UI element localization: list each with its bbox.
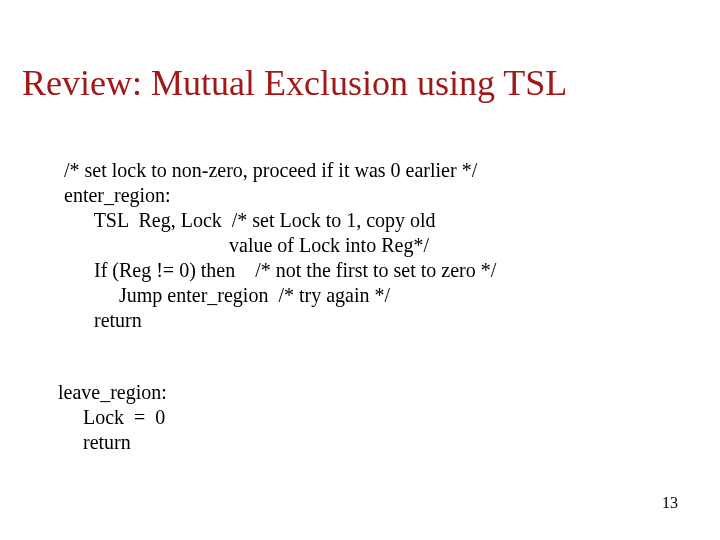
leave-region-code: leave_region: Lock = 0 return bbox=[58, 380, 167, 455]
page-number: 13 bbox=[662, 494, 678, 512]
enter-region-code: /* set lock to non-zero, proceed if it w… bbox=[64, 158, 496, 333]
code-line: If (Reg != 0) then /* not the first to s… bbox=[64, 258, 496, 283]
code-line: return bbox=[64, 308, 496, 333]
code-line: enter_region: bbox=[64, 183, 496, 208]
code-line: TSL Reg, Lock /* set Lock to 1, copy old bbox=[64, 208, 496, 233]
slide: Review: Mutual Exclusion using TSL /* se… bbox=[0, 0, 720, 540]
code-line: return bbox=[58, 430, 167, 455]
code-line: /* set lock to non-zero, proceed if it w… bbox=[64, 158, 496, 183]
code-line: leave_region: bbox=[58, 380, 167, 405]
slide-title: Review: Mutual Exclusion using TSL bbox=[22, 62, 567, 104]
code-line: Jump enter_region /* try again */ bbox=[64, 283, 496, 308]
code-line: Lock = 0 bbox=[58, 405, 167, 430]
code-line: value of Lock into Reg*/ bbox=[64, 233, 496, 258]
